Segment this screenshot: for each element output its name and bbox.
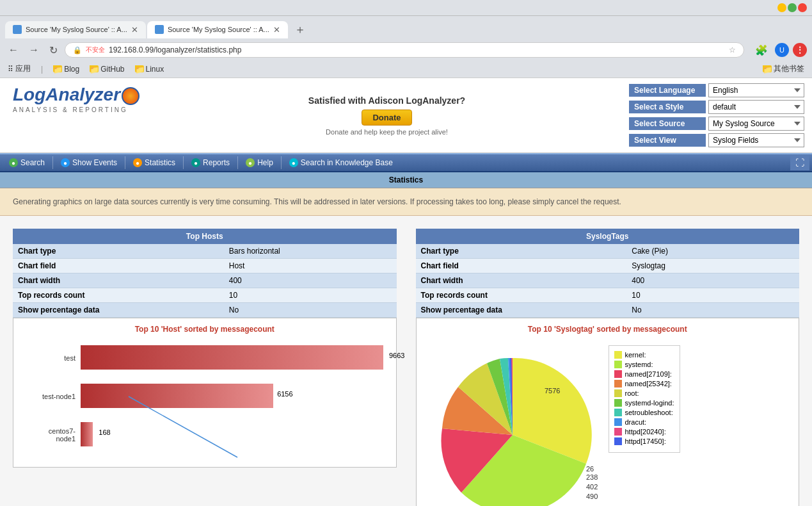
bookmark-linux[interactable]: 📁 Linux <box>132 63 167 75</box>
main-content: Top Hosts Chart type Bars horizontal Cha… <box>0 216 812 506</box>
header-right: Select Language English Select a Style d… <box>621 78 812 152</box>
bookmark-apps[interactable]: ⠿ 应用 <box>5 62 33 76</box>
legend-color-dracut <box>614 418 622 426</box>
bar-value-centos: 168 <box>99 428 110 436</box>
pie-label-7576: 7576 <box>545 387 560 395</box>
nav-help[interactable]: ● Help <box>239 154 280 171</box>
select-style[interactable]: default <box>708 100 804 114</box>
pie-chart-inner: 7576 3859 1488 490 402 238 26 <box>423 339 793 506</box>
legend-color-systemd-logind <box>614 399 622 407</box>
legend-httpd17450: httpd[17450]: <box>614 437 674 445</box>
folder-icon-linux: 📁 <box>135 65 144 72</box>
chrome-menu-icon[interactable]: ⋮ <box>793 43 807 57</box>
show-pct-label: Show percentage data <box>13 303 224 318</box>
bookmark-blog[interactable]: 📁 Blog <box>51 63 82 75</box>
tab-1[interactable]: Source 'My Syslog Source' :: A... ✕ <box>5 21 146 38</box>
tab-1-title: Source 'My Syslog Source' :: A... <box>26 26 127 33</box>
window-buttons <box>777 3 807 12</box>
warning-text: Generating graphics on large data source… <box>13 197 621 206</box>
table-row: Chart width 400 <box>416 273 800 288</box>
tab-2-title: Source 'My Syslog Source' :: A... <box>168 26 269 33</box>
reload-button[interactable]: ↻ <box>46 43 61 58</box>
table-row: Top records count 10 <box>13 288 397 303</box>
bookmark-github-label: GitHub <box>100 65 124 74</box>
bar-chart-container: Top 10 'Host' sorted by messagecount tes… <box>13 318 397 468</box>
select-style-label: Select a Style <box>629 101 706 113</box>
nav-sep-4 <box>237 156 238 169</box>
folder-icon-other: 📁 <box>763 65 772 72</box>
bar-area-test: 9663 <box>81 345 383 371</box>
profile-icon[interactable]: U <box>775 43 789 57</box>
chart-width-label: Chart width <box>13 273 224 288</box>
new-tab-button[interactable]: ＋ <box>289 19 311 40</box>
select-language-label: Select Language <box>629 84 706 97</box>
minimize-button[interactable] <box>777 3 786 12</box>
bar-test <box>81 345 383 370</box>
select-source[interactable]: My Syslog Source <box>708 117 804 131</box>
legend-label-httpd20240: httpd[20240]: <box>625 428 666 436</box>
pie-show-pct-value: No <box>626 303 799 318</box>
maximize-button[interactable] <box>788 3 797 12</box>
table-row: Top records count 10 <box>416 288 800 303</box>
pie-chart-width-label: Chart width <box>416 273 627 288</box>
legend-color-setroubleshoot <box>614 409 622 416</box>
select-view[interactable]: Syslog Fields <box>708 133 804 147</box>
legend-label-dracut: dracut: <box>625 418 647 426</box>
tab-1-close[interactable]: ✕ <box>131 25 138 35</box>
donate-button[interactable]: Donate <box>362 110 411 126</box>
pie-chart-svg: 7576 3859 1488 490 402 238 26 <box>423 339 602 506</box>
bar-chart: test 9663 test-node1 6156 <box>20 339 390 461</box>
pie-label-26: 26 <box>586 465 594 473</box>
bookmark-github[interactable]: 📁 GitHub <box>87 63 127 75</box>
extensions-button[interactable]: 🧩 <box>752 43 771 58</box>
bar-label-node1: test-node1 <box>33 393 81 400</box>
bar-row-node1: test-node1 6156 <box>33 384 383 409</box>
address-bar[interactable]: 🔒 不安全 192.168.0.99/loganalyzer/statistic… <box>65 42 744 58</box>
forward-button[interactable]: → <box>26 43 42 57</box>
select-style-row: Select a Style default <box>629 100 804 114</box>
nav-knowledge-base[interactable]: ● Search in Knowledge Base <box>283 154 399 171</box>
nav-sep-3 <box>183 156 184 169</box>
pie-chart-width-value: 400 <box>626 273 799 288</box>
nav-statistics[interactable]: ● Statistics <box>127 154 182 171</box>
syslog-tags-table: SyslogTags Chart type Cake (Pie) Chart f… <box>416 229 800 318</box>
show-pct-value: No <box>224 303 397 318</box>
bookmark-other[interactable]: 📁 其他书签 <box>760 62 807 76</box>
nav-search-label: Search <box>20 158 45 167</box>
nav-search[interactable]: ● Search <box>3 154 51 171</box>
close-button[interactable] <box>798 3 807 12</box>
nav-sep-5 <box>281 156 282 169</box>
pie-chart-type-value: Cake (Pie) <box>626 244 799 259</box>
stats-title: Statistics <box>389 175 423 184</box>
legend-color-httpd20240 <box>614 428 622 436</box>
address-bar-row: ← → ↻ 🔒 不安全 192.168.0.99/loganalyzer/sta… <box>0 40 812 60</box>
bar-row-centos: centos7-node1 168 <box>33 422 383 448</box>
apps-dots-icon: ⠿ <box>8 65 13 74</box>
logo-area: LogAnalyzer ANALYSIS & REPORTING <box>0 78 152 152</box>
legend-color-kernel <box>614 351 622 359</box>
bookmarks-separator: | <box>41 65 43 74</box>
nav-show-events[interactable]: ● Show Events <box>54 154 123 171</box>
search-nav-icon: ● <box>9 158 18 167</box>
bar-row-test: test 9663 <box>33 345 383 371</box>
table-row: Show percentage data No <box>416 303 800 318</box>
left-panel: Top Hosts Chart type Bars horizontal Cha… <box>13 229 397 506</box>
bar-node1 <box>81 384 273 408</box>
bookmark-star-icon[interactable]: ☆ <box>729 45 736 54</box>
app-header: LogAnalyzer ANALYSIS & REPORTING Satisfi… <box>0 78 812 153</box>
back-button[interactable]: ← <box>5 43 22 57</box>
select-source-label: Select Source <box>629 117 706 130</box>
select-language[interactable]: English <box>708 83 804 97</box>
pie-label-490: 490 <box>586 493 598 500</box>
chart-width-value: 400 <box>224 273 397 288</box>
legend-color-httpd17450 <box>614 437 622 445</box>
nav-reports[interactable]: ● Reports <box>185 154 236 171</box>
legend-systemd: systemd: <box>614 361 674 368</box>
pie-top-records-value: 10 <box>626 288 799 303</box>
tab-2[interactable]: Source 'My Syslog Source' :: A... ✕ <box>147 21 288 38</box>
tab-2-close[interactable]: ✕ <box>273 25 280 35</box>
top-records-value: 10 <box>224 288 397 303</box>
help-nav-icon: ● <box>246 158 255 167</box>
nav-reports-label: Reports <box>203 158 230 167</box>
fullscreen-button[interactable]: ⛶ <box>790 155 809 170</box>
